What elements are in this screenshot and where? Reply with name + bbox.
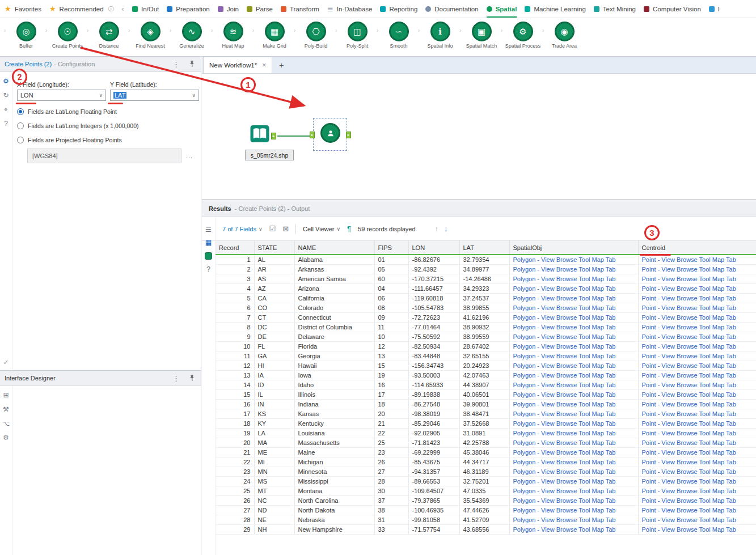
palette-tool-buffer[interactable]: ◎Buffer (8, 22, 44, 49)
output-anchor[interactable]: ▸ (271, 133, 276, 139)
radio-option-fields-are-projected-floating-points[interactable]: Fields are Projected Floating Points (17, 137, 196, 143)
spatialobj-link[interactable]: Polygon - View Browse Tool Map Tab (509, 467, 638, 476)
clear-selection-icon[interactable]: ⊠ (282, 224, 289, 233)
centroid-link[interactable]: Point - View Browse Tool Map Tab (638, 312, 756, 322)
output-anchor[interactable]: ▸ (346, 132, 351, 138)
spatialobj-link[interactable]: Polygon - View Browse Tool Map Tab (509, 303, 638, 312)
spatialobj-link[interactable]: Polygon - View Browse Tool Map Tab (509, 380, 638, 389)
cell-viewer-dropdown[interactable]: Cell Viewer ∨ (303, 226, 340, 232)
centroid-link[interactable]: Point - View Browse Tool Map Tab (638, 380, 756, 389)
pin-icon[interactable] (189, 374, 195, 383)
input-data-tool[interactable]: ▸ (250, 124, 270, 146)
centroid-link[interactable]: Point - View Browse Tool Map Tab (638, 264, 756, 274)
ribbon-tab-join[interactable]: Join (218, 0, 239, 18)
ribbon-tab-transform[interactable]: Transform (281, 0, 319, 18)
ribbon-tab-favorites[interactable]: ★Favorites (5, 0, 41, 18)
ribbon-tab-i[interactable]: I (709, 0, 720, 18)
centroid-link[interactable]: Point - View Browse Tool Map Tab (638, 438, 756, 447)
spatialobj-link[interactable]: Polygon - View Browse Tool Map Tab (509, 312, 638, 322)
spatialobj-link[interactable]: Polygon - View Browse Tool Map Tab (509, 476, 638, 486)
ribbon-tab-spatial[interactable]: Spatial (487, 0, 517, 18)
centroid-link[interactable]: Point - View Browse Tool Map Tab (638, 399, 756, 409)
centroid-link[interactable]: Point - View Browse Tool Map Tab (638, 341, 756, 351)
column-header-lon[interactable]: LON (408, 241, 459, 255)
column-header-centroid[interactable]: Centroid (638, 241, 756, 255)
layout-icon[interactable]: ⊞ (3, 392, 9, 399)
ribbon-tab-machine-learning[interactable]: Machine Learning (525, 0, 585, 18)
column-header-record[interactable]: Record (216, 241, 254, 255)
palette-tool-heat-map[interactable]: ≋Heat Map (215, 22, 251, 49)
spatialobj-link[interactable]: Polygon - View Browse Tool Map Tab (509, 283, 638, 293)
scroll-down-icon[interactable]: ↓ (444, 224, 448, 233)
ribbon-tab-in-out[interactable]: In/Out (132, 0, 159, 18)
centroid-link[interactable]: Point - View Browse Tool Map Tab (638, 486, 756, 495)
centroid-link[interactable]: Point - View Browse Tool Map Tab (638, 418, 756, 428)
ribbon-tab-text-mining[interactable]: Text Mining (594, 0, 636, 18)
fields-dropdown[interactable]: 7 of 7 Fields ∨ (222, 226, 263, 232)
ribbon-tab-computer-vision[interactable]: Computer Vision (644, 0, 701, 18)
spatialobj-link[interactable]: Polygon - View Browse Tool Map Tab (509, 332, 638, 341)
spatialobj-link[interactable]: Polygon - View Browse Tool Map Tab (509, 505, 638, 515)
palette-tool-distance[interactable]: ⇄Distance (91, 22, 127, 49)
centroid-link[interactable]: Point - View Browse Tool Map Tab (638, 274, 756, 283)
palette-tool-smooth[interactable]: ∽Smooth (381, 22, 417, 49)
gear-icon[interactable]: ⚙ (3, 78, 9, 84)
spatialobj-link[interactable]: Polygon - View Browse Tool Map Tab (509, 389, 638, 399)
palette-tool-trade-area[interactable]: ◉Trade Area (546, 22, 582, 49)
centroid-link[interactable]: Point - View Browse Tool Map Tab (638, 447, 756, 457)
centroid-link[interactable]: Point - View Browse Tool Map Tab (638, 467, 756, 476)
scroll-up-icon[interactable]: ↑ (435, 224, 439, 233)
browse-projection-button[interactable]: ... (186, 152, 193, 159)
palette-tool-generalize[interactable]: ∿Generalize (174, 22, 210, 49)
spatialobj-link[interactable]: Polygon - View Browse Tool Map Tab (509, 418, 638, 428)
spatialobj-link[interactable]: Polygon - View Browse Tool Map Tab (509, 438, 638, 447)
create-points-tool-node[interactable] (320, 123, 340, 143)
centroid-link[interactable]: Point - View Browse Tool Map Tab (638, 524, 756, 534)
centroid-link[interactable]: Point - View Browse Tool Map Tab (638, 361, 756, 370)
palette-tool-spatial-process[interactable]: ⚙Spatial Process (505, 22, 541, 49)
spatialobj-link[interactable]: Polygon - View Browse Tool Map Tab (509, 399, 638, 409)
palette-tool-spatial-match[interactable]: ▣Spatial Match (463, 22, 500, 49)
centroid-link[interactable]: Point - View Browse Tool Map Tab (638, 351, 756, 361)
pin-icon[interactable] (189, 60, 195, 69)
column-header-state[interactable]: STATE (254, 241, 294, 255)
spatialobj-link[interactable]: Polygon - View Browse Tool Map Tab (509, 322, 638, 332)
new-workflow-button[interactable]: + (279, 61, 284, 70)
spatialobj-link[interactable]: Polygon - View Browse Tool Map Tab (509, 361, 638, 370)
ribbon-tab-recommended[interactable]: ★Recommendedⓘ (49, 0, 114, 18)
ribbon-tab-documentation[interactable]: Documentation (425, 0, 478, 18)
radio-option-fields-are-lat-long-integers-x-1-000-000[interactable]: Fields are Lat/Long Integers (x 1,000,00… (17, 122, 196, 129)
centroid-link[interactable]: Point - View Browse Tool Map Tab (638, 322, 756, 332)
workflow-canvas[interactable]: ▸ ▸ ▸ s_05mr24.shp (202, 74, 756, 200)
help-icon[interactable]: ? (206, 266, 210, 273)
x-field-dropdown[interactable]: LON ∨ (17, 90, 106, 101)
centroid-link[interactable]: Point - View Browse Tool Map Tab (638, 428, 756, 438)
palette-tool-create-points[interactable]: ☉Create Points (49, 22, 86, 49)
spatialobj-link[interactable]: Polygon - View Browse Tool Map Tab (509, 457, 638, 467)
ribbon-scroll-left[interactable]: ‹ (122, 0, 124, 18)
spatialobj-link[interactable]: Polygon - View Browse Tool Map Tab (509, 495, 638, 505)
output-anchor-chip[interactable] (205, 252, 212, 260)
ribbon-tab-in-database[interactable]: ≣In-Database (327, 0, 373, 18)
column-header-fips[interactable]: FIPS (374, 241, 408, 255)
column-header-name[interactable]: NAME (294, 241, 374, 255)
palette-tool-poly-build[interactable]: ⎔Poly-Build (298, 22, 334, 49)
palette-tool-make-grid[interactable]: ▦Make Grid (256, 22, 293, 49)
spatialobj-link[interactable]: Polygon - View Browse Tool Map Tab (509, 264, 638, 274)
wrench-icon[interactable]: ⚒ (3, 406, 9, 413)
ribbon-tab-preparation[interactable]: Preparation (167, 0, 209, 18)
workflow-tab[interactable]: New Workflow1* × (203, 57, 272, 73)
column-header-spatialobj[interactable]: SpatialObj (509, 241, 638, 255)
spatialobj-link[interactable]: Polygon - View Browse Tool Map Tab (509, 486, 638, 495)
spatialobj-link[interactable]: Polygon - View Browse Tool Map Tab (509, 293, 638, 303)
palette-tool-spatial-info[interactable]: ℹSpatial Info (422, 22, 458, 49)
spatialobj-link[interactable]: Polygon - View Browse Tool Map Tab (509, 409, 638, 418)
spatialobj-link[interactable]: Polygon - View Browse Tool Map Tab (509, 341, 638, 351)
centroid-link[interactable]: Point - View Browse Tool Map Tab (638, 389, 756, 399)
centroid-link[interactable]: Point - View Browse Tool Map Tab (638, 476, 756, 486)
centroid-link[interactable]: Point - View Browse Tool Map Tab (638, 457, 756, 467)
palette-tool-find-nearest[interactable]: ◈Find Nearest (132, 22, 168, 49)
results-grid-container[interactable]: RecordSTATENAMEFIPSLONLATSpatialObjCentr… (216, 241, 756, 555)
close-icon[interactable]: × (262, 61, 266, 69)
spatialobj-link[interactable]: Polygon - View Browse Tool Map Tab (509, 428, 638, 438)
